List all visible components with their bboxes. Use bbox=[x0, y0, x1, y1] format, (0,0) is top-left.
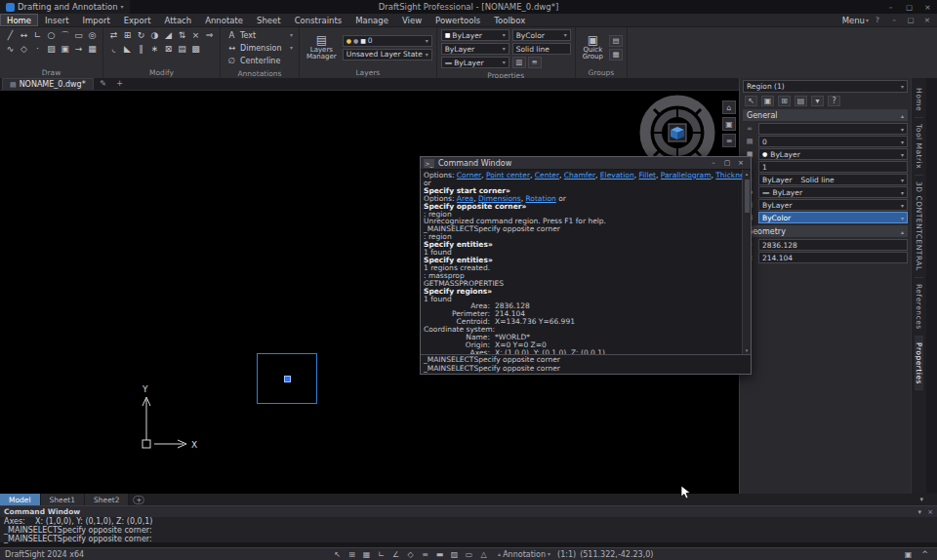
add-sheet-button[interactable]: + bbox=[133, 496, 144, 504]
scroll-up-icon[interactable]: ▴ bbox=[746, 170, 749, 178]
command-option-link[interactable]: Point center bbox=[486, 171, 530, 180]
extend-tool[interactable]: ⇒ bbox=[203, 29, 216, 42]
layer-dropdown[interactable]: ● ● ■ 0 ▾ bbox=[343, 35, 432, 47]
properties-settings-button[interactable]: ≡ bbox=[528, 57, 542, 68]
spline-tool[interactable]: ∿ bbox=[4, 43, 17, 56]
fillet-tool[interactable]: ◟ bbox=[107, 43, 120, 56]
command-option-link[interactable]: Rotation bbox=[525, 194, 555, 203]
property-value-field[interactable]: ByLayer▾ bbox=[758, 199, 908, 211]
polygon-tool[interactable]: ◇ bbox=[18, 43, 30, 56]
section-header-geometry[interactable]: Geometry ▴ bbox=[743, 225, 908, 237]
pointer-icon[interactable]: ↖ bbox=[330, 550, 345, 559]
transparency-dropdown[interactable]: ByColor ▾ bbox=[512, 29, 571, 41]
command-window-palette[interactable]: >_ Command Window – ▢ × Options: Corner,… bbox=[420, 156, 752, 375]
centerline-tool-button[interactable]: ∅ Centerline bbox=[224, 55, 295, 66]
property-value-field[interactable]: ByColor▾ bbox=[758, 212, 908, 223]
entity-grip-point[interactable] bbox=[284, 376, 291, 382]
menu-tab-toolbox[interactable]: Toolbox bbox=[487, 14, 532, 26]
transparency-toggle-icon[interactable]: ▨ bbox=[447, 550, 462, 559]
stretch-tool[interactable]: ⇅ bbox=[176, 29, 188, 42]
move-tool[interactable]: ⇄ bbox=[107, 29, 120, 42]
trim-tool[interactable]: × bbox=[189, 29, 202, 42]
side-tab-properties[interactable]: Properties bbox=[915, 337, 923, 391]
restore-button[interactable]: ▢ bbox=[900, 0, 918, 14]
command-option-link[interactable]: Fillet bbox=[638, 171, 656, 180]
command-prompt-area[interactable]: _MAINSELECTSpecify opposite corner_MAINS… bbox=[421, 354, 751, 374]
sheet-tab-model[interactable]: Model bbox=[0, 494, 41, 505]
infinite-line-tool[interactable]: ↔ bbox=[18, 29, 30, 42]
lineweight-icon[interactable]: ▬ bbox=[432, 550, 447, 559]
menu-tab-constraints[interactable]: Constraints bbox=[288, 14, 349, 26]
selection-set-icon[interactable]: ▣ bbox=[761, 96, 774, 106]
palette-maximize-button[interactable]: ▢ bbox=[720, 159, 734, 167]
side-tab-tool-matrix[interactable]: Tool Matrix bbox=[915, 118, 923, 176]
dynamic-input-icon[interactable]: ▭ bbox=[462, 550, 476, 559]
side-tab-references[interactable]: References bbox=[915, 278, 923, 337]
line-color-dropdown[interactable]: ■ ByLayer ▾ bbox=[441, 29, 509, 41]
property-value-field[interactable]: ●ByLayer▾ bbox=[758, 148, 908, 160]
command-option-link[interactable]: Elevation bbox=[600, 171, 634, 180]
edit-group-button[interactable]: ▦ bbox=[609, 49, 623, 60]
dimension-tool-button[interactable]: ↔ Dimension ▾ bbox=[224, 42, 295, 54]
lock-icon[interactable]: ▣ bbox=[901, 550, 916, 559]
ungroup-button[interactable]: ▤ bbox=[609, 35, 623, 47]
layers-manager-button[interactable]: ▤ Layers Manager bbox=[304, 29, 340, 65]
region-tool[interactable]: ▣ bbox=[59, 43, 71, 56]
palette-close-button[interactable]: × bbox=[734, 159, 748, 167]
snap-icon[interactable]: ⊞ bbox=[345, 550, 359, 559]
chevron-up-icon[interactable]: ^ bbox=[917, 550, 932, 559]
circle-tool[interactable]: ○ bbox=[45, 29, 58, 42]
pin-icon[interactable]: ▾ bbox=[811, 96, 824, 106]
workspace-selector[interactable]: Drafting and Annotation ▾ bbox=[0, 0, 130, 14]
arc-tool[interactable]: ⌒ bbox=[59, 29, 71, 42]
line-style-dropdown[interactable]: ByLayer ▾ bbox=[441, 43, 509, 55]
copy-tool[interactable]: ⊞ bbox=[121, 29, 134, 42]
menu-tab-insert[interactable]: Insert bbox=[38, 14, 75, 26]
command-option-link[interactable]: Parallelogram bbox=[661, 171, 712, 180]
minimize-document-button[interactable]: – bbox=[886, 14, 902, 26]
docked-command-titlebar[interactable]: Command Window ▾ × bbox=[0, 506, 937, 517]
layer-state-dropdown[interactable]: Unsaved Layer State ▾ bbox=[343, 49, 432, 60]
array-tool[interactable]: ▤ bbox=[176, 43, 188, 56]
rotate-tool[interactable]: ↻ bbox=[135, 29, 147, 42]
pencil-icon[interactable]: ✎ bbox=[97, 78, 110, 90]
pattern-tool[interactable]: ▩ bbox=[189, 43, 202, 56]
sheet-tab-sheet2[interactable]: Sheet2 bbox=[85, 494, 129, 505]
annotation-scale-dropdown[interactable]: ▴ Annotation ▾ bbox=[495, 550, 553, 559]
line-style-name-field[interactable]: Solid line bbox=[512, 43, 571, 55]
command-window-titlebar[interactable]: >_ Command Window – ▢ × bbox=[421, 157, 751, 170]
command-option-link[interactable]: Corner bbox=[457, 171, 481, 180]
menu-tab-annotate[interactable]: Annotate bbox=[198, 14, 250, 26]
chamfer-tool[interactable]: ◣ bbox=[121, 43, 134, 56]
view-options-button[interactable]: ≡ bbox=[722, 134, 736, 147]
annotation-visibility-icon[interactable]: △ bbox=[476, 550, 491, 559]
section-header-general[interactable]: General ▴ bbox=[743, 109, 908, 121]
scale-tool[interactable]: ◢ bbox=[162, 29, 175, 42]
menu-tab-export[interactable]: Export bbox=[117, 14, 158, 26]
line-weight-dropdown[interactable]: — ByLayer ▾ bbox=[441, 57, 509, 68]
customize-icon[interactable]: ▤ bbox=[794, 96, 807, 106]
ray-tool[interactable]: → bbox=[72, 43, 85, 56]
new-document-tab-button[interactable]: + bbox=[113, 78, 127, 90]
menu-tab-manage[interactable]: Manage bbox=[348, 14, 395, 26]
grid-icon[interactable]: ▦ bbox=[359, 550, 374, 559]
point-tool[interactable]: · bbox=[31, 43, 44, 56]
sheet-tab-sheet1[interactable]: Sheet1 bbox=[41, 494, 85, 505]
palette-toggle-icon[interactable]: ▾ bbox=[919, 496, 923, 503]
hatch-tool[interactable]: ▨ bbox=[45, 43, 58, 56]
table-tool[interactable]: ▦ bbox=[86, 43, 99, 56]
property-value-field[interactable]: ▾ bbox=[758, 123, 908, 135]
offset-tool[interactable]: ∥ bbox=[135, 43, 147, 56]
text-tool-button[interactable]: A Text ▾ bbox=[224, 29, 295, 41]
entity-snap-icon[interactable]: ◇ bbox=[403, 550, 418, 559]
view-cube-button[interactable]: ▣ bbox=[722, 117, 736, 131]
side-tab-3d-contentcentral[interactable]: 3D CONTENTCENTRAL bbox=[915, 176, 923, 278]
quick-group-button[interactable]: ▣ Quick Group bbox=[580, 29, 606, 65]
erase-tool[interactable]: ⊠ bbox=[162, 43, 175, 56]
property-value-field[interactable]: 2836.128 bbox=[758, 239, 908, 251]
entity-track-icon[interactable]: ≡ bbox=[418, 550, 432, 559]
explode-tool[interactable]: ∗ bbox=[148, 43, 161, 56]
command-option-link[interactable]: Center bbox=[535, 171, 559, 180]
minimize-button[interactable]: – bbox=[881, 0, 900, 14]
quick-select-icon[interactable]: ⊞ bbox=[778, 96, 791, 106]
